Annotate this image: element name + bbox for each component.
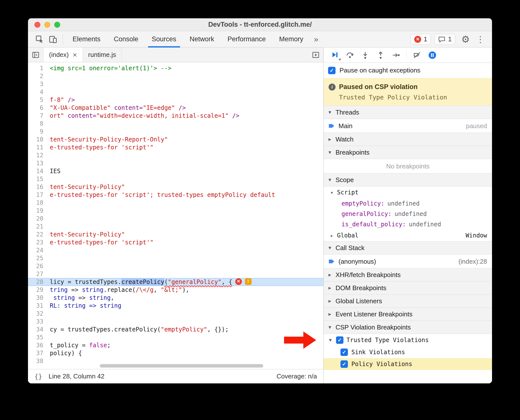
line-number[interactable]: 25 <box>28 254 47 262</box>
section-breakpoints[interactable]: ▾ Breakpoints <box>324 146 492 159</box>
line-number[interactable]: 34 <box>28 326 47 333</box>
show-navigator-icon[interactable] <box>28 47 43 62</box>
inspect-element-icon[interactable] <box>33 33 46 46</box>
line-number[interactable]: 7 <box>28 112 47 120</box>
close-tab-icon[interactable]: × <box>73 51 77 59</box>
line-number[interactable]: 27 <box>28 270 47 278</box>
pause-on-caught-checkbox[interactable]: ✓ <box>328 67 336 74</box>
line-number[interactable]: 10 <box>28 136 47 143</box>
line-number[interactable]: 4 <box>28 88 47 96</box>
line-number[interactable]: 24 <box>28 246 47 254</box>
line-number[interactable]: 20 <box>28 215 47 223</box>
minimize-window-button[interactable] <box>44 22 50 28</box>
code-line[interactable]: 8 <box>28 120 323 128</box>
section-threads[interactable]: ▾ Threads <box>324 106 492 119</box>
line-number[interactable]: 17 <box>28 191 47 199</box>
tab-memory[interactable]: Memory <box>272 31 310 47</box>
scope-variable-row[interactable]: is_default_policy: undefined <box>324 219 492 230</box>
code-line[interactable]: 27 <box>28 270 323 278</box>
line-number[interactable]: 11 <box>28 143 47 151</box>
line-number[interactable]: 26 <box>28 262 47 270</box>
code-line[interactable]: 1<img src=1 onerror='alert(1)'> --> <box>28 64 323 72</box>
code-line[interactable]: 35 <box>28 333 323 341</box>
step-icon[interactable] <box>389 49 403 61</box>
line-number[interactable]: 31 <box>28 302 47 310</box>
tab-network[interactable]: Network <box>183 31 221 47</box>
code-line[interactable]: 36t_policy = false; <box>28 341 323 349</box>
open-file-panel-icon[interactable] <box>308 47 323 62</box>
scope-script-row[interactable]: ▾ Script <box>324 187 492 198</box>
pause-on-exceptions-icon[interactable] <box>425 49 439 61</box>
trusted-type-violations-row[interactable]: ▾ ✓ Trusted Type Violations <box>324 334 492 346</box>
line-number[interactable]: 36 <box>28 341 47 349</box>
device-toolbar-icon[interactable] <box>46 33 60 46</box>
step-out-icon[interactable] <box>374 49 388 61</box>
line-number[interactable]: 32 <box>28 310 47 318</box>
code-line[interactable]: 5f-8" /> <box>28 96 323 104</box>
scope-global-row[interactable]: ▸ Global Window <box>324 230 492 241</box>
code-line[interactable]: 22tent-Security-Policy" <box>28 231 323 238</box>
message-count-badge[interactable]: 1 <box>434 34 455 45</box>
line-number[interactable]: 23 <box>28 238 47 246</box>
code-line[interactable]: 16tent-Security-Policy" <box>28 183 323 191</box>
code-line[interactable]: 4 <box>28 88 323 96</box>
section-scope[interactable]: ▾ Scope <box>324 173 492 187</box>
line-number[interactable]: 3 <box>28 80 47 88</box>
line-number[interactable]: 38 <box>28 357 47 365</box>
section-watch[interactable]: ▸ Watch <box>324 133 492 146</box>
trusted-type-violations-checkbox[interactable]: ✓ <box>336 336 343 344</box>
code-line[interactable]: 34cy = trustedTypes.createPolicy("emptyP… <box>28 326 323 333</box>
code-line[interactable]: 19 <box>28 207 323 215</box>
policy-violations-checkbox[interactable]: ✓ <box>340 360 348 368</box>
line-number[interactable]: 19 <box>28 207 47 215</box>
section-global-listeners[interactable]: ▸ Global Listeners <box>324 294 492 308</box>
code-line[interactable]: 20 <box>28 215 323 223</box>
line-number[interactable]: 18 <box>28 199 47 207</box>
code-line[interactable]: 9 <box>28 128 323 136</box>
code-line[interactable]: 23e-trusted-types-for 'script'" <box>28 238 323 246</box>
line-number[interactable]: 37 <box>28 349 47 357</box>
call-stack-frame-row[interactable]: (anonymous) (index):28 <box>324 255 492 268</box>
line-number[interactable]: 33 <box>28 318 47 326</box>
close-window-button[interactable] <box>34 22 40 28</box>
code-line[interactable]: 24 <box>28 246 323 254</box>
line-number[interactable]: 8 <box>28 120 47 128</box>
horizontal-scrollbar[interactable] <box>100 364 263 368</box>
section-xhr-breakpoints[interactable]: ▸ XHR/fetch Breakpoints <box>324 268 492 281</box>
code-line[interactable]: 37policy) { <box>28 349 323 357</box>
warn-marker-icon[interactable]: ! <box>245 278 252 285</box>
resume-script-icon[interactable] <box>328 49 341 61</box>
step-into-icon[interactable] <box>358 49 372 61</box>
code-line[interactable]: 28licy = trustedTypes.createPolicy("gene… <box>28 278 323 286</box>
file-tab-index[interactable]: (index) × <box>43 47 83 62</box>
step-over-icon[interactable] <box>343 49 357 61</box>
line-number[interactable]: 15 <box>28 175 47 183</box>
line-number[interactable]: 13 <box>28 159 47 167</box>
policy-violations-row[interactable]: ✓ Policy Violations <box>324 358 492 370</box>
code-line[interactable]: 21 <box>28 223 323 231</box>
line-number[interactable]: 6 <box>28 104 47 112</box>
code-line[interactable]: 31RL: string => string <box>28 302 323 310</box>
error-marker-icon[interactable]: ✕ <box>235 278 242 285</box>
code-line[interactable]: 13 <box>28 159 323 167</box>
error-count-badge[interactable]: ✕ 1 <box>411 34 431 45</box>
code-line[interactable]: 33 <box>28 318 323 326</box>
file-tab-runtime[interactable]: runtime.js <box>83 47 122 62</box>
section-dom-breakpoints[interactable]: ▸ DOM Breakpoints <box>324 281 492 295</box>
code-line[interactable]: 15 <box>28 175 323 183</box>
line-number[interactable]: 9 <box>28 128 47 136</box>
code-line[interactable]: 32 <box>28 310 323 318</box>
tab-console[interactable]: Console <box>107 31 145 47</box>
section-csp-violation-breakpoints[interactable]: ▾ CSP Violation Breakpoints <box>324 321 492 334</box>
line-number[interactable]: 21 <box>28 223 47 231</box>
tab-performance[interactable]: Performance <box>221 31 273 47</box>
code-line[interactable]: 12 <box>28 151 323 159</box>
code-line[interactable]: 30 string => string, <box>28 294 323 302</box>
tab-sources[interactable]: Sources <box>145 31 183 47</box>
line-number[interactable]: 29 <box>28 286 47 294</box>
more-tabs-icon[interactable]: » <box>310 35 322 44</box>
code-line[interactable]: 10tent-Security-Policy-Report-Only" <box>28 136 323 143</box>
line-number[interactable]: 14 <box>28 167 47 175</box>
sink-violations-row[interactable]: ✓ Sink Violations <box>324 346 492 358</box>
section-call-stack[interactable]: ▾ Call Stack <box>324 241 492 255</box>
